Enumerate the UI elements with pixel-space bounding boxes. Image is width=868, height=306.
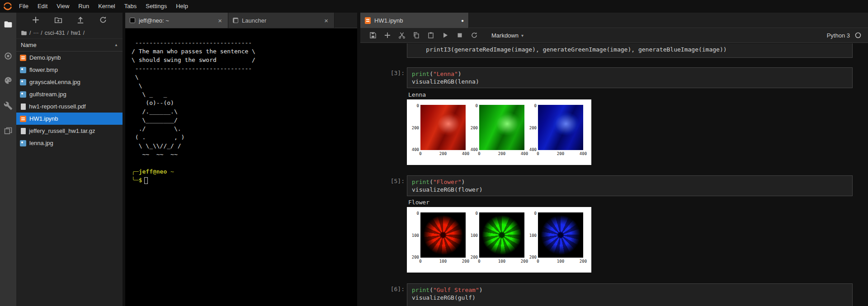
input-prompt-5: [5]:	[369, 178, 405, 184]
breadcrumb-ellipsis[interactable]: ⋯	[33, 30, 38, 36]
file-row-flower.bmp[interactable]: flower.bmp	[16, 64, 123, 76]
subplot-blue-channel: 02004000200400	[529, 104, 586, 161]
command-palette-icon[interactable]	[4, 76, 13, 85]
lenna-blue-channel-image	[538, 105, 583, 150]
breadcrumb-sep: /	[29, 30, 31, 36]
add-cell-icon[interactable]	[384, 32, 391, 39]
matplotlib-figure-lenna: 0200400020040002004000200400020040002004…	[407, 99, 591, 165]
file-row-Demo.ipynb[interactable]: Demo.ipynb	[16, 52, 123, 64]
terminal-blank-line	[132, 159, 357, 167]
file-list-header[interactable]: Name ▲	[16, 39, 123, 52]
menu-item-settings[interactable]: Settings	[141, 0, 171, 13]
tab-launcher[interactable]: Launcher ×	[228, 13, 335, 28]
image-file-icon	[20, 91, 26, 98]
menu-item-file[interactable]: File	[14, 0, 33, 13]
file-row-jeffery_russell_hw1.tar.gz[interactable]: jeffery_russell_hw1.tar.gz	[16, 125, 123, 137]
terminal-line: \ _ _	[132, 90, 357, 99]
unsaved-changes-dot-icon[interactable]: ●	[461, 18, 464, 23]
left-sidebar-strip	[0, 13, 16, 306]
code-cell-3[interactable]: print("Lenna") visualizeRGB(lenna)	[407, 67, 853, 88]
file-name: gulfstream.jpg	[29, 91, 66, 98]
terminal-line: \	[132, 81, 357, 90]
code-token: print	[412, 287, 429, 293]
y-axis-tick: 0	[411, 104, 419, 108]
terminal-output[interactable]: ---------------------------------/ The m…	[125, 28, 357, 306]
code-cell-partial[interactable]: printI3(generateRedImage(image), generat…	[407, 43, 853, 58]
tab-terminal[interactable]: jeff@neo: ~ ×	[125, 13, 228, 28]
sort-caret-icon[interactable]: ▲	[114, 43, 118, 47]
x-axis-tick: 200	[519, 259, 530, 264]
code-token: (	[429, 179, 433, 185]
x-axis-tick: 400	[578, 151, 589, 156]
cell-type-value: Markdown	[491, 32, 519, 39]
refresh-icon[interactable]	[99, 16, 107, 24]
left-dock-tabbar: jeff@neo: ~ × Launcher ×	[125, 13, 357, 28]
kernel-idle-icon	[854, 32, 862, 39]
file-row-gulfstream.jpg[interactable]: gulfstream.jpg	[16, 88, 123, 100]
home-folder-icon[interactable]	[21, 30, 27, 36]
kernel-area: Python 3	[827, 32, 862, 39]
y-axis-tick: 0	[411, 211, 419, 216]
cut-cells-icon[interactable]	[398, 32, 406, 39]
file-row-hw1-report-russell.pdf[interactable]: hw1-report-russell.pdf	[16, 100, 123, 113]
x-axis-tick: 100	[555, 259, 566, 264]
terminal-line: /.______.\	[132, 107, 357, 116]
close-icon[interactable]: ×	[323, 17, 330, 24]
file-browser-panel: / ⋯ / csci-431 / hw1 / Name ▲ Demo.ipynb…	[16, 13, 123, 306]
y-axis-tick: 200	[411, 126, 419, 130]
flower-red-channel-image	[420, 212, 466, 258]
notebook-file-icon	[20, 116, 26, 122]
breadcrumb-dir-csci-431[interactable]: csci-431	[45, 30, 65, 36]
file-row-grayscaleLenna.jpg[interactable]: grayscaleLenna.jpg	[16, 76, 123, 88]
file-name: jeffery_russell_hw1.tar.gz	[29, 127, 95, 134]
cell-type-dropdown[interactable]: Markdown ▾	[491, 32, 524, 39]
menu-item-kernel[interactable]: Kernel	[94, 0, 120, 13]
code-cell-5[interactable]: print("Flower") visualizeRGB(flower)	[407, 175, 853, 196]
flower-green-channel-image	[479, 212, 524, 258]
code-token: "Flower"	[433, 179, 462, 185]
menu-item-run[interactable]: Run	[74, 0, 94, 13]
menu-item-edit[interactable]: Edit	[33, 0, 52, 13]
subplot-green-channel: 02004000200400	[470, 104, 527, 161]
tab-launcher-label: Launcher	[242, 17, 266, 24]
terminal-line: ( . , )	[132, 133, 357, 141]
tab-notebook-hw1[interactable]: HW1.ipynb ●	[360, 13, 469, 28]
code-token: "Lenna"	[433, 71, 458, 77]
terminal-line: ./ \.	[132, 124, 357, 133]
file-name: lenna.jpg	[29, 140, 53, 146]
breadcrumb-dir-hw1[interactable]: hw1	[71, 30, 81, 36]
property-inspector-icon[interactable]	[4, 101, 13, 110]
running-sessions-icon[interactable]	[4, 52, 13, 61]
new-folder-icon[interactable]	[54, 16, 62, 24]
file-file-icon	[21, 128, 26, 134]
upload-icon[interactable]	[76, 16, 85, 24]
terminal-icon	[130, 18, 135, 23]
code-line: printI3(generateRedImage(image), generat…	[412, 46, 727, 53]
run-cell-icon[interactable]	[442, 32, 449, 39]
new-launcher-icon[interactable]	[32, 16, 40, 24]
y-axis-tick: 200	[529, 126, 537, 130]
menu-item-tabs[interactable]: Tabs	[120, 0, 141, 13]
file-browser-icon[interactable]	[4, 20, 13, 29]
save-icon[interactable]	[369, 32, 377, 39]
code-cell-6[interactable]: print("Gulf Stream") visualizeRGB(gulf)	[407, 283, 853, 306]
file-row-lenna.jpg[interactable]: lenna.jpg	[16, 137, 123, 149]
copy-cells-icon[interactable]	[413, 32, 420, 39]
kernel-name[interactable]: Python 3	[827, 32, 850, 39]
restart-kernel-icon[interactable]	[471, 32, 478, 39]
file-name: hw1-report-russell.pdf	[29, 103, 86, 110]
file-row-HW1.ipynb[interactable]: HW1.ipynb	[16, 113, 123, 125]
code-line: visualizeRGB(gulf)	[412, 294, 848, 301]
image-file-icon	[20, 67, 26, 73]
terminal-line: ---------------------------------	[132, 38, 357, 47]
menu-item-view[interactable]: View	[52, 0, 74, 13]
terminal-prompt-line-1: ╭─jeff@neo ~	[132, 167, 357, 176]
stop-kernel-icon[interactable]	[456, 32, 463, 39]
close-icon[interactable]: ×	[217, 17, 223, 24]
paste-cells-icon[interactable]	[427, 32, 434, 39]
terminal-prompt-line-2: ╰─$	[132, 176, 357, 184]
y-axis-tick: 100	[411, 233, 419, 238]
x-axis-tick: 200	[555, 151, 566, 156]
menu-item-help[interactable]: Help	[171, 0, 193, 13]
open-tabs-icon[interactable]	[4, 127, 13, 136]
